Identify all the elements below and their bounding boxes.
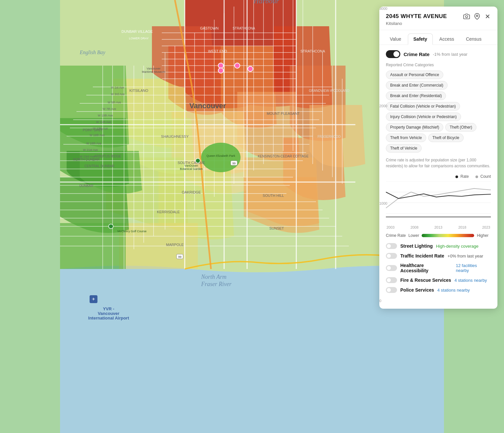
svg-text:W 10th Ave: W 10th Ave (98, 114, 113, 117)
chart-area: 3000 2000 1000 0 (386, 181, 491, 233)
street-lighting-toggle[interactable] (386, 243, 397, 249)
svg-text:FRASERHOOD: FRASERHOOD (318, 135, 341, 138)
chart-inner: 2003 2008 2013 2018 2023 (386, 181, 491, 233)
svg-text:W 5th Ave: W 5th Ave (108, 101, 121, 104)
svg-text:Vancouver: Vancouver (147, 67, 160, 70)
svg-text:Fraser River: Fraser River (201, 281, 232, 287)
svg-point-122 (466, 16, 468, 18)
toggle-knob (387, 254, 391, 258)
svg-point-107 (109, 224, 113, 229)
toggle-knob (387, 266, 391, 270)
tabs-row: Value Safety Access Census (379, 30, 497, 45)
svg-text:Vancouver: Vancouver (189, 102, 226, 110)
tab-access[interactable]: Access (434, 33, 459, 45)
svg-text:GASTOWN: GASTOWN (200, 26, 219, 30)
rate-dot (455, 175, 458, 178)
panel-title: 2045 WHYTE AVENUE (386, 13, 447, 20)
svg-text:W 7th Ave: W 7th Ave (103, 107, 116, 111)
tab-census[interactable]: Census (461, 33, 487, 45)
service-row-street-lighting: Street LightingHigh-density coverage (386, 243, 491, 249)
fire-rescue-toggle[interactable] (386, 277, 397, 283)
svg-text:W 11th Ave: W 11th Ave (96, 120, 111, 124)
svg-text:North Arm: North Arm (201, 274, 226, 280)
crime-rate-label: Crime Rate (404, 52, 430, 57)
svg-text:DUNBAR VILLAGE: DUNBAR VILLAGE (121, 30, 153, 33)
crime-tag[interactable]: Theft of Bicycle (428, 134, 464, 142)
crime-tag[interactable]: Theft from Vehicle (386, 134, 426, 142)
toggle-knob (393, 51, 399, 57)
crime-tag[interactable]: Break and Enter (Residential) (386, 92, 446, 100)
crime-tag[interactable]: Property Damage (Mischief) (386, 123, 443, 132)
svg-text:W 21st Ave: W 21st Ave (83, 148, 98, 152)
svg-point-99 (235, 63, 240, 68)
panel-subtitle: Kitsilano (386, 21, 491, 26)
svg-text:McCleery Golf Course: McCleery Golf Course (117, 230, 147, 233)
count-dot (475, 175, 478, 178)
svg-text:W 16th Ave: W 16th Ave (90, 134, 105, 137)
tab-value[interactable]: Value (385, 33, 407, 45)
svg-text:99: 99 (232, 162, 236, 165)
svg-text:SUNSET: SUNSET (269, 226, 284, 230)
svg-text:W 23rd Ave: W 23rd Ave (80, 155, 95, 158)
crime-rate-row: Crime Rate -1% from last year (386, 50, 491, 58)
camera-button[interactable] (463, 13, 470, 20)
panel-icons (463, 13, 491, 20)
svg-text:99: 99 (178, 255, 181, 258)
svg-text:DUNBAR: DUNBAR (79, 184, 93, 188)
services-list: Street LightingHigh-density coverageTraf… (386, 243, 491, 293)
svg-text:KENSINGTON-CEDAR COTTAGE: KENSINGTON-CEDAR COTTAGE (258, 155, 309, 158)
traffic-incident-label: Traffic Incident Rate (400, 253, 444, 258)
location-button[interactable] (474, 13, 480, 20)
svg-point-97 (218, 63, 223, 68)
crime-tag[interactable]: Assault or Personal Offence (386, 71, 443, 79)
svg-text:MOUNT PLEASANT: MOUNT PLEASANT (267, 112, 300, 115)
svg-text:GRANDVIEW-WOODLAND: GRANDVIEW-WOODLAND (309, 89, 349, 93)
svg-point-104 (196, 158, 200, 163)
svg-text:W 3rd Ave: W 3rd Ave (111, 93, 124, 96)
crime-tag[interactable]: Break and Enter (Commercial) (386, 81, 448, 90)
panel-body: Crime Rate -1% from last year Reported C… (379, 45, 497, 302)
svg-text:W 18th Ave: W 18th Ave (86, 142, 101, 145)
crime-rate-legend-bar: Crime Rate Lower Higher (386, 233, 491, 238)
fire-rescue-value: 4 stations nearby (454, 278, 487, 283)
chart-svg (386, 181, 491, 224)
svg-text:International Airport: International Airport (88, 316, 129, 320)
crime-tag[interactable]: Theft of Vehicle (386, 144, 422, 153)
chart-x-labels: 2003 2008 2013 2018 2023 (386, 225, 491, 229)
police-value: 4 stations nearby (437, 288, 470, 293)
traffic-incident-value: +0% from last year (448, 254, 483, 258)
healthcare-label: Healthcare Accessibility (400, 263, 452, 273)
police-label: Police Services (400, 287, 434, 293)
chart-container (386, 181, 491, 224)
chart-legend: Rate Count (386, 174, 491, 179)
svg-text:YVR -: YVR - (103, 306, 115, 311)
svg-text:W 13th Ave: W 13th Ave (93, 127, 108, 130)
svg-text:CENTRAL DUNBAR: CENTRAL DUNBAR (84, 164, 114, 168)
svg-text:NORTH DUNBAR: NORTH DUNBAR (73, 158, 99, 161)
svg-text:KERRISDALE: KERRISDALE (157, 210, 180, 214)
legend-count: Count (475, 174, 491, 179)
svg-text:VanDusen: VanDusen (184, 164, 198, 167)
healthcare-toggle[interactable] (386, 265, 397, 271)
traffic-incident-toggle[interactable] (386, 253, 397, 259)
crime-tag[interactable]: Injury Collision (Vehicle or Pedestrian) (386, 113, 461, 121)
service-row-fire-rescue: Fire & Rescue Services4 stations nearby (386, 277, 491, 283)
svg-text:SOUTH HILL: SOUTH HILL (263, 194, 284, 197)
close-button[interactable] (484, 13, 491, 20)
chart-y-labels: 3000 2000 1000 0 (379, 7, 387, 309)
svg-text:ARBUTUS RIDGE: ARBUTUS RIDGE (94, 155, 121, 158)
svg-text:SHAUGHNESSY: SHAUGHNESSY (161, 134, 189, 138)
street-lighting-label: Street Lighting (400, 243, 433, 249)
reported-crime-label: Reported Crime Categories (386, 63, 491, 67)
svg-text:Botanical Garden: Botanical Garden (180, 167, 203, 171)
tab-safety[interactable]: Safety (408, 33, 433, 45)
toggle-knob (387, 278, 391, 282)
police-toggle[interactable] (386, 287, 397, 293)
svg-text:KITSILANO: KITSILANO (129, 89, 148, 93)
crime-rate-toggle[interactable] (386, 50, 400, 58)
legend-rate: Rate (455, 174, 469, 179)
svg-point-100 (248, 66, 253, 72)
svg-text:WEST END: WEST END (208, 49, 227, 53)
crime-tag[interactable]: Fatal Collision (Vehicle or Pedestrian) (386, 102, 460, 111)
crime-tag[interactable]: Theft (Other) (445, 123, 476, 132)
